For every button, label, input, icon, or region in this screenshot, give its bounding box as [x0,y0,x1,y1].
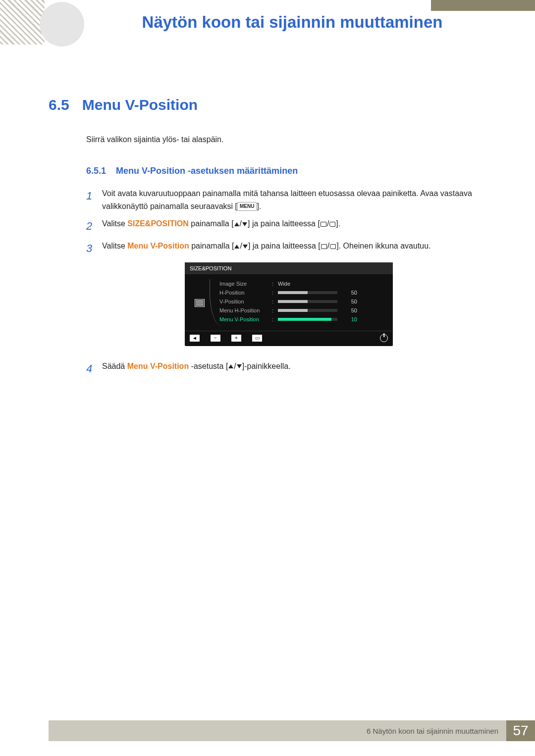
down-arrow-icon [243,245,248,249]
osd-row-v-position: V-Position : 50 [219,297,388,306]
highlight-menu-v-position: Menu V-Position [127,362,189,370]
step-4: 4 Säädä Menu V-Position -asetusta [/]-pa… [86,360,491,377]
osd-rows: Image Size : Wide H-Position : 50 V-Posi… [219,279,388,324]
subsection-heading: 6.5.1 Menu V-Position -asetuksen määritt… [86,166,491,176]
page-footer: 6 Näytön koon tai sijainnin muuttaminen … [49,720,535,741]
step-text: Voit avata kuvaruutuoppaan painamalla mi… [102,187,491,212]
osd-source-icon: ▭ [252,335,262,342]
enter-icon [329,222,335,227]
content-area: 6.5 Menu V-Position Siirrä valikon sijai… [49,97,491,382]
osd-row-menu-v-position: Menu V-Position : 10 [219,315,388,324]
highlight-menu-v-position: Menu V-Position [127,242,189,250]
down-arrow-icon [242,222,247,226]
step-number: 2 [86,217,95,235]
osd-left-icons [190,279,210,324]
section-title: Menu V-Position [82,97,198,113]
osd-power-icon [380,334,388,342]
osd-footer-buttons: ◄ − + ▭ [185,331,393,343]
step-1: 1 Voit avata kuvaruutuoppaan painamalla … [86,187,491,212]
highlight-size-position: SIZE&POSITION [127,219,189,228]
top-stripe-decoration [431,0,535,11]
step-3: 3 Valitse Menu V-Position painamalla [/]… [86,240,491,257]
osd-minus-icon: − [211,335,220,342]
step-2: 2 Valitse SIZE&POSITION painamalla [/] j… [86,217,491,235]
step-text: Valitse Menu V-Position painamalla [/] j… [102,240,431,257]
enter-icon [330,244,336,249]
up-arrow-icon [234,222,239,226]
square-icon [321,222,326,227]
slider-bar [278,291,337,294]
osd-row-menu-h-position: Menu H-Position : 50 [219,306,388,315]
osd-row-h-position: H-Position : 50 [219,288,388,297]
subsection-title: Menu V-Position -asetuksen määrittäminen [116,166,298,176]
steps-list: 1 Voit avata kuvaruutuoppaan painamalla … [86,187,491,377]
menu-key-icon: MENU [237,202,257,211]
step-number: 1 [86,187,95,212]
osd-plus-icon: + [231,335,241,342]
down-arrow-icon [237,364,242,368]
chapter-number-icon [40,2,84,47]
osd-body: Image Size : Wide H-Position : 50 V-Posi… [185,274,393,327]
osd-back-icon: ◄ [190,335,200,342]
step-number: 3 [86,240,95,257]
footer-chapter-label: 6 Näytön koon tai sijainnin muuttaminen [49,720,506,741]
top-left-decoration [0,0,45,45]
section-intro: Siirrä valikon sijaintia ylös- tai alasp… [86,135,491,144]
subsection-number: 6.5.1 [86,166,106,176]
up-arrow-icon [228,364,233,368]
slider-bar [278,309,337,312]
step-text: Säädä Menu V-Position -asetusta [/]-pain… [102,360,291,377]
page: Näytön koon tai sijainnin muuttaminen 6.… [0,0,535,756]
chapter-title: Näytön koon tai sijainnin muuttaminen [99,13,485,32]
step-text: Valitse SIZE&POSITION painamalla [/] ja … [102,217,340,235]
footer-page-number: 57 [506,720,535,741]
section-number: 6.5 [49,97,69,113]
slider-bar [278,300,337,303]
section-heading: 6.5 Menu V-Position [49,97,491,113]
osd-curve-decoration [210,279,219,324]
osd-title: SIZE&POSITION [185,262,393,274]
osd-screenshot: SIZE&POSITION Image Size : Wide H-Posit [185,262,393,346]
up-arrow-icon [234,245,239,249]
slider-bar [278,318,337,321]
osd-row-image-size: Image Size : Wide [219,279,388,288]
square-icon [321,244,327,249]
step-number: 4 [86,360,95,377]
size-position-icon [195,299,205,307]
